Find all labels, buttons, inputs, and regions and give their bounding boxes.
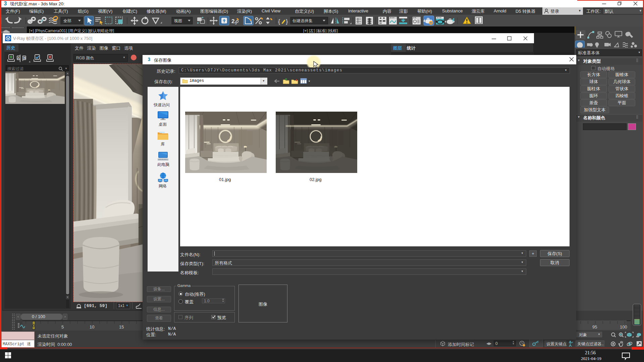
svg-text:2: 2: [231, 18, 234, 24]
svg-text:全部: 全部: [63, 18, 71, 23]
svg-text:A: A: [17, 56, 20, 60]
svg-text:100: 100: [620, 324, 627, 329]
svg-text:10: 10: [90, 324, 94, 329]
svg-text:}: }: [286, 18, 288, 25]
svg-text:视图: 视图: [174, 18, 182, 23]
svg-text:创建选择集: 创建选择集: [292, 18, 313, 23]
svg-text:15: 15: [119, 324, 124, 329]
svg-text:B: B: [23, 56, 26, 60]
svg-text:5: 5: [61, 324, 64, 329]
svg-text:95: 95: [592, 324, 597, 329]
svg-text:{: {: [278, 18, 280, 25]
